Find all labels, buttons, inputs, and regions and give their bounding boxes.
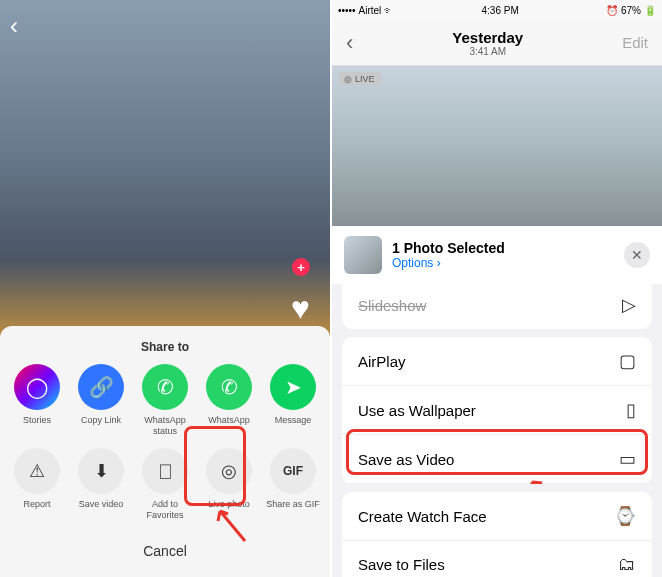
nav-bar: ‹ Yesterday 3:41 AM Edit xyxy=(332,20,662,66)
battery-icon: 🔋 xyxy=(644,5,656,16)
photo-preview[interactable]: ◎ LIVE xyxy=(332,66,662,226)
edit-button[interactable]: Edit xyxy=(622,34,648,51)
status-bar: ••••• Airtel ᯤ 4:36 PM ⏰ 67% 🔋 xyxy=(332,0,662,20)
action-watch-face[interactable]: Create Watch Face ⌚ xyxy=(342,492,652,541)
action-use-wallpaper[interactable]: Use as Wallpaper ▯ xyxy=(342,386,652,435)
cancel-button[interactable]: Cancel xyxy=(0,529,330,577)
action-save-video[interactable]: Save as Video ▭ xyxy=(342,435,652,484)
ios-photos-screen: ••••• Airtel ᯤ 4:36 PM ⏰ 67% 🔋 ‹ Yesterd… xyxy=(332,0,662,577)
action-share-gif[interactable]: GIF Share as GIF xyxy=(264,448,322,521)
clock: 4:36 PM xyxy=(482,5,519,16)
carrier-label: Airtel xyxy=(359,5,382,16)
live-icon: ◎ xyxy=(344,74,352,84)
action-group-1: AirPlay ▢ Use as Wallpaper ▯ Save as Vid… xyxy=(342,337,652,484)
stories-icon: ◯ xyxy=(14,364,60,410)
live-photo-icon: ◎ xyxy=(206,448,252,494)
selection-title: 1 Photo Selected xyxy=(392,240,505,256)
share-whatsapp[interactable]: ✆ WhatsApp xyxy=(200,364,258,437)
actions-panel: Slideshow ▷ AirPlay ▢ Use as Wallpaper ▯… xyxy=(332,284,662,577)
play-icon: ▷ xyxy=(622,294,636,316)
battery-label: 67% xyxy=(621,5,641,16)
share-sheet: Share to ◯ Stories 🔗 Copy Link ✆ WhatsAp… xyxy=(0,326,330,577)
nav-title: Yesterday xyxy=(452,29,523,46)
watch-icon: ⌚ xyxy=(614,505,636,527)
options-link[interactable]: Options › xyxy=(392,256,505,270)
live-badge: ◎ LIVE xyxy=(338,72,381,86)
share-stories[interactable]: ◯ Stories xyxy=(8,364,66,437)
photo-thumbnail xyxy=(344,236,382,274)
action-slideshow[interactable]: Slideshow ▷ xyxy=(342,284,652,329)
folder-icon: 🗂 xyxy=(618,554,636,575)
share-copy-link[interactable]: 🔗 Copy Link xyxy=(72,364,130,437)
share-title: Share to xyxy=(0,336,330,364)
gif-icon: GIF xyxy=(270,448,316,494)
share-message[interactable]: ➤ Message xyxy=(264,364,322,437)
close-button[interactable]: ✕ xyxy=(624,242,650,268)
back-chevron-icon[interactable]: ‹ xyxy=(10,12,18,40)
wifi-icon: ᯤ xyxy=(384,5,394,16)
phone-icon: ▯ xyxy=(626,399,636,421)
bookmark-icon: ⎕ xyxy=(142,448,188,494)
close-icon: ✕ xyxy=(631,247,643,263)
action-add-favorites[interactable]: ⎕ Add to Favorites xyxy=(136,448,194,521)
action-report[interactable]: ⚠ Report xyxy=(8,448,66,521)
airplay-icon: ▢ xyxy=(619,350,636,372)
whatsapp-icon: ✆ xyxy=(142,364,188,410)
warning-icon: ⚠ xyxy=(14,448,60,494)
action-airplay[interactable]: AirPlay ▢ xyxy=(342,337,652,386)
follow-plus-icon[interactable]: + xyxy=(292,258,310,276)
message-icon: ➤ xyxy=(270,364,316,410)
nav-subtitle: 3:41 AM xyxy=(452,46,523,57)
action-group-2: Create Watch Face ⌚ Save to Files 🗂 Assi… xyxy=(342,492,652,577)
back-chevron-icon[interactable]: ‹ xyxy=(346,30,353,56)
alarm-icon: ⏰ xyxy=(606,5,618,16)
signal-icon: ••••• xyxy=(338,5,356,16)
action-live-photo[interactable]: ◎ Live photo xyxy=(200,448,258,521)
share-whatsapp-status[interactable]: ✆ WhatsApp status xyxy=(136,364,194,437)
share-more[interactable]: ▽ Fa xyxy=(328,364,330,437)
video-icon: ▭ xyxy=(619,448,636,470)
download-icon: ⬇ xyxy=(78,448,124,494)
link-icon: 🔗 xyxy=(78,364,124,410)
share-header: 1 Photo Selected Options › ✕ xyxy=(332,226,662,284)
tiktok-screen: ‹ + ♥ 113.8K Share to ◯ Stories 🔗 Copy L… xyxy=(0,0,330,577)
action-save-files[interactable]: Save to Files 🗂 xyxy=(342,541,652,577)
share-targets-row: ◯ Stories 🔗 Copy Link ✆ WhatsApp status … xyxy=(0,364,330,437)
whatsapp-icon: ✆ xyxy=(206,364,252,410)
heart-icon: ♥ xyxy=(283,290,318,327)
action-row: ⚠ Report ⬇ Save video ⎕ Add to Favorites… xyxy=(0,436,330,529)
action-save-video[interactable]: ⬇ Save video xyxy=(72,448,130,521)
